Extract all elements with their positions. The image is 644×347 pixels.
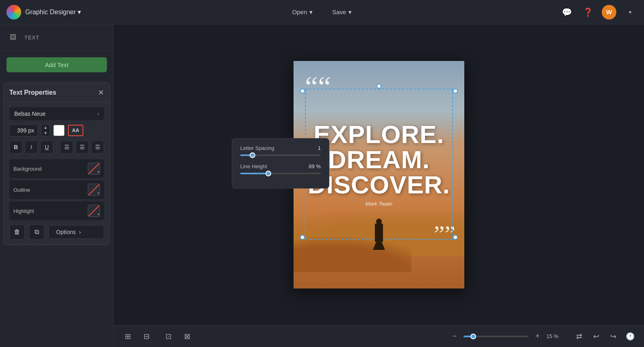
- font-chevron-icon: ›: [97, 111, 99, 117]
- line-height-value: 89 %: [309, 163, 321, 169]
- zoom-thumb[interactable]: [470, 334, 476, 339]
- line-height-fill: [240, 173, 268, 174]
- highlight-label: Highlight: [13, 208, 34, 214]
- highlight-swatch[interactable]: ▾: [88, 205, 100, 217]
- layers-icon-button[interactable]: ⊞: [120, 329, 135, 344]
- bold-button[interactable]: B: [9, 141, 22, 154]
- panel-label: TEXT: [24, 35, 39, 41]
- font-size-up-button[interactable]: ▲: [41, 125, 50, 130]
- undo-icon-button[interactable]: ↩: [589, 329, 603, 344]
- aa-label: AA: [72, 128, 79, 133]
- align-left-button[interactable]: ☰: [60, 141, 73, 154]
- text-props-header: Text Properties ✕: [4, 82, 110, 102]
- font-size-stepper: ▲ ▼: [41, 124, 50, 137]
- delete-button[interactable]: 🗑: [9, 224, 25, 240]
- add-text-button[interactable]: Add Text: [7, 57, 107, 72]
- italic-button[interactable]: I: [25, 141, 38, 154]
- help-icon-button[interactable]: ❓: [581, 5, 595, 20]
- crop-icon-button[interactable]: ⊡: [161, 329, 176, 344]
- align-right-button[interactable]: ☰: [91, 141, 104, 154]
- letter-spacing-label: Letter Spacing: [240, 145, 274, 151]
- left-panel: 🖼 TEXT Add Text Text Properties ✕ Bebas …: [0, 24, 114, 347]
- line-height-label-row: Line Height 89 %: [240, 163, 321, 169]
- size-row: ▲ ▼ AA: [9, 124, 104, 137]
- app-title-text: Graphic Designer: [25, 9, 76, 16]
- header-center-controls: Open ▾ Save ▾: [285, 6, 359, 18]
- zoom-controls: − + 15 %: [449, 331, 561, 342]
- options-chevron-icon: ›: [79, 229, 81, 235]
- zoom-value-label: 15 %: [546, 333, 561, 339]
- zoom-out-button[interactable]: −: [449, 331, 460, 342]
- letter-spacing-row: Letter Spacing 1: [240, 145, 321, 156]
- format-divider: [57, 142, 57, 152]
- font-color-swatch[interactable]: [53, 125, 65, 136]
- app-logo: [7, 5, 21, 20]
- outline-row: Outline ▾: [9, 180, 104, 199]
- open-label: Open: [292, 9, 307, 15]
- selection-handle-tm[interactable]: [376, 84, 381, 89]
- underline-button[interactable]: U: [40, 141, 53, 154]
- line-height-label: Line Height: [240, 163, 267, 169]
- outline-swatch[interactable]: ▾: [88, 184, 100, 196]
- line-height-thumb[interactable]: [265, 171, 271, 176]
- panel-icon-image[interactable]: 🖼: [7, 31, 20, 44]
- export-icon-button[interactable]: ⊠: [180, 329, 194, 344]
- bold-label: B: [14, 144, 18, 150]
- main-layout: 🖼 TEXT Add Text Text Properties ✕ Bebas …: [0, 24, 644, 347]
- avatar[interactable]: W: [602, 5, 616, 20]
- bottom-toolbar: ⊞ ⊟ ⊡ ⊠ − + 15 % ⇄ ↩ ↪ 🕐: [114, 325, 644, 347]
- options-button[interactable]: Options ›: [48, 225, 104, 239]
- highlight-row: Highlight ▾: [9, 202, 104, 220]
- letter-spacing-label-row: Letter Spacing 1: [240, 145, 321, 151]
- font-name-label: Bebas Neue: [14, 111, 46, 117]
- save-label: Save: [332, 9, 346, 15]
- font-size-down-button[interactable]: ▼: [41, 130, 50, 136]
- header-right: 💬 ❓ W ▾: [559, 5, 637, 20]
- line-height-row: Line Height 89 %: [240, 163, 321, 174]
- panel-bottom-row: 🗑 ⧉ Options ›: [9, 224, 104, 240]
- duplicate-button[interactable]: ⧉: [29, 224, 44, 240]
- line-height-slider[interactable]: [240, 173, 321, 174]
- zoom-in-button[interactable]: +: [532, 331, 543, 342]
- avatar-initial: W: [606, 9, 612, 15]
- letter-spacing-value: 1: [318, 145, 321, 151]
- options-label: Options: [56, 229, 76, 235]
- history-icon-button[interactable]: 🕐: [623, 329, 637, 344]
- comment-icon-button[interactable]: 💬: [559, 5, 574, 20]
- add-text-label: Add Text: [45, 61, 68, 68]
- underline-label: U: [45, 144, 49, 150]
- letter-spacing-slider[interactable]: [240, 154, 321, 156]
- swatch-chevron-icon3: ▾: [98, 213, 99, 216]
- panel-top: 🖼 TEXT: [0, 24, 113, 51]
- selection-handle-bl[interactable]: [300, 235, 305, 240]
- font-selector[interactable]: Bebas Neue ›: [9, 107, 104, 120]
- letter-spacing-thumb[interactable]: [250, 152, 255, 158]
- selection-handle-br[interactable]: [453, 235, 458, 240]
- layout-icon-button[interactable]: ⊟: [139, 329, 154, 344]
- zoom-slider-track[interactable]: [463, 336, 529, 337]
- outline-label: Outline: [13, 187, 30, 193]
- person-silhouette: [375, 223, 383, 242]
- swatch-chevron-icon2: ▾: [98, 192, 99, 195]
- align-center-button[interactable]: ☰: [76, 141, 89, 154]
- spacing-popup: Letter Spacing 1 Line Height 89 %: [232, 138, 329, 189]
- background-swatch[interactable]: ▾: [88, 163, 100, 175]
- poster-author: Mark Twain: [366, 201, 392, 207]
- redo-icon-button[interactable]: ↪: [606, 329, 620, 344]
- canvas-workspace[interactable]: ““ ”” EXPLORE. DREAM. DISCOVER. Mark Twa…: [114, 24, 644, 325]
- app-title[interactable]: Graphic Designer ▾: [25, 8, 81, 16]
- fit-icon-button[interactable]: ⇄: [572, 329, 586, 344]
- text-properties-close-button[interactable]: ✕: [98, 88, 104, 97]
- save-chevron-icon: ▾: [348, 9, 352, 16]
- save-button[interactable]: Save ▾: [325, 6, 359, 18]
- bottom-right-buttons: ⇄ ↩ ↪ 🕐: [572, 329, 637, 344]
- text-properties-panel: Text Properties ✕ Bebas Neue › ▲ ▼ AA: [3, 82, 110, 245]
- avatar-chevron-icon[interactable]: ▾: [623, 5, 637, 20]
- text-properties-title: Text Properties: [9, 89, 56, 96]
- selection-handle-tr[interactable]: [453, 89, 458, 93]
- text-transform-button[interactable]: AA: [68, 125, 83, 136]
- selection-handle-tl[interactable]: [300, 89, 305, 93]
- italic-label: I: [30, 144, 32, 150]
- font-size-input[interactable]: [9, 124, 38, 137]
- open-button[interactable]: Open ▾: [285, 6, 320, 18]
